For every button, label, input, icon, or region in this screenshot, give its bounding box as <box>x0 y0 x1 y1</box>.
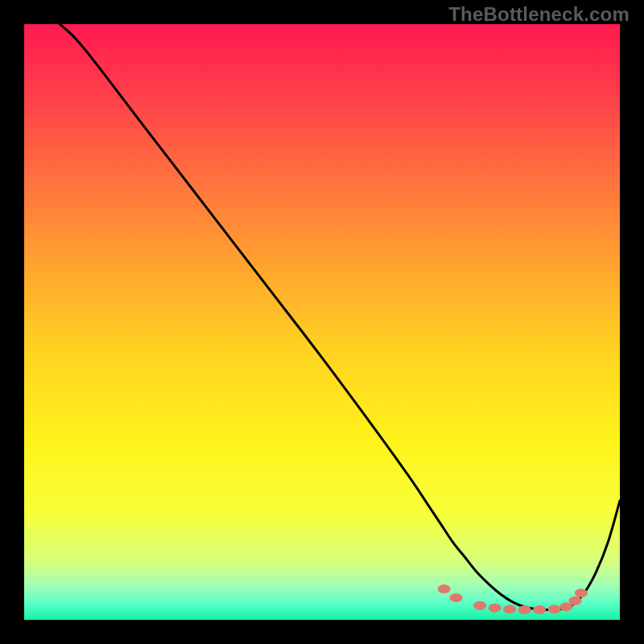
curve-marker <box>518 605 531 614</box>
curve-marker <box>548 605 561 613</box>
chart-plot <box>24 24 620 620</box>
curve-marker <box>473 601 486 610</box>
chart-frame: TheBottleneck.com <box>0 0 644 644</box>
curve-marker <box>575 588 588 597</box>
curve-marker <box>533 605 546 614</box>
curve-marker <box>489 604 502 613</box>
curve-marker <box>450 593 463 602</box>
watermark-text: TheBottleneck.com <box>448 3 630 26</box>
chart-svg <box>24 24 620 620</box>
curve-marker <box>438 584 451 593</box>
chart-background <box>24 24 620 620</box>
curve-marker <box>569 597 582 605</box>
curve-marker <box>503 605 516 613</box>
